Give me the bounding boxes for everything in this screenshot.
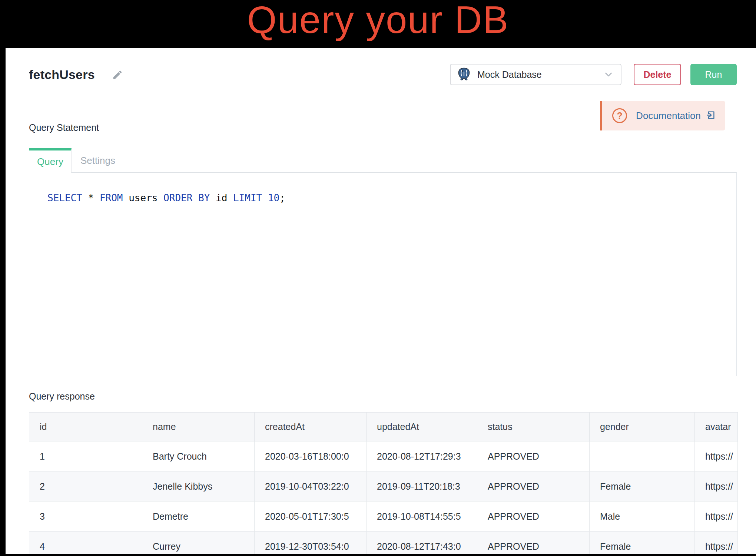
- query-response-label: Query response: [29, 391, 95, 402]
- table-cell-id: 1: [29, 441, 142, 471]
- table-cell-status: APPROVED: [477, 471, 590, 502]
- table-cell-status: APPROVED: [477, 502, 590, 532]
- table-body: 1Barty Crouch2020-03-16T18:00:02020-08-1…: [29, 441, 738, 555]
- database-selector[interactable]: Mock Database: [450, 64, 621, 85]
- sql-token: SELECT: [47, 192, 82, 203]
- documentation-label: Documentation: [636, 110, 701, 122]
- table-cell-gender: [590, 441, 695, 471]
- chevron-down-icon: [603, 69, 614, 82]
- column-header-createdAt: createdAt: [255, 413, 367, 441]
- table-cell-createdAt: 2020-03-16T18:00:0: [255, 441, 367, 471]
- table-cell-status: APPROVED: [477, 441, 590, 471]
- sql-token: [94, 192, 100, 203]
- column-header-status: status: [477, 413, 590, 441]
- external-doc-icon: [706, 110, 716, 122]
- sql-code-line: SELECT * FROM users ORDER BY id LIMIT 10…: [47, 192, 736, 203]
- sql-token: 10: [268, 192, 279, 203]
- table-row: 2Jenelle Kibbys2019-10-04T03:22:02019-09…: [29, 471, 738, 502]
- question-circle-icon: ?: [612, 108, 627, 123]
- sql-token: FROM: [100, 192, 123, 203]
- table-cell-name: Currey: [142, 532, 255, 555]
- table-cell-id: 4: [29, 532, 142, 555]
- table-header-row: idnamecreatedAtupdatedAtstatusgenderavat…: [29, 413, 738, 441]
- table-cell-name: Jenelle Kibbys: [142, 471, 255, 502]
- sql-token: [262, 192, 268, 203]
- column-header-updatedAt: updatedAt: [367, 413, 477, 441]
- column-header-avatar: avatar: [695, 413, 738, 441]
- table-cell-avatar: https://: [695, 441, 738, 471]
- sql-editor[interactable]: SELECT * FROM users ORDER BY id LIMIT 10…: [29, 172, 737, 376]
- tab-settings[interactable]: Settings: [72, 148, 124, 173]
- table-cell-updatedAt: 2019-10-08T14:55:5: [367, 502, 477, 532]
- tab-query[interactable]: Query: [29, 148, 72, 173]
- sql-token: ;: [279, 192, 285, 203]
- top-banner: Query your DB: [0, 0, 756, 48]
- query-statement-label: Query Statement: [29, 122, 99, 133]
- documentation-link[interactable]: ? Documentation: [600, 101, 725, 130]
- table-cell-updatedAt: 2019-09-11T20:18:3: [367, 471, 477, 502]
- table-row: 1Barty Crouch2020-03-16T18:00:02020-08-1…: [29, 441, 738, 471]
- table-cell-gender: Male: [590, 502, 695, 532]
- table-cell-createdAt: 2019-10-04T03:22:0: [255, 471, 367, 502]
- sql-token: users: [123, 192, 164, 203]
- column-header-name: name: [142, 413, 255, 441]
- toolbar: fetchUsers Mock Database: [29, 63, 737, 86]
- table-cell-status: APPROVED: [477, 532, 590, 555]
- column-header-id: id: [29, 413, 142, 441]
- table-cell-updatedAt: 2020-08-12T17:29:3: [367, 441, 477, 471]
- sql-token: [82, 192, 88, 203]
- query-response-table: idnamecreatedAtupdatedAtstatusgenderavat…: [29, 412, 738, 554]
- table-cell-name: Demetre: [142, 502, 255, 532]
- table-cell-avatar: https://: [695, 502, 738, 532]
- table-cell-id: 3: [29, 502, 142, 532]
- sql-token: id: [210, 192, 233, 203]
- table-cell-avatar: https://: [695, 471, 738, 502]
- table-cell-gender: Female: [590, 471, 695, 502]
- query-panel: fetchUsers Mock Database: [6, 48, 756, 554]
- delete-button[interactable]: Delete: [634, 64, 681, 85]
- sql-token: LIMIT: [233, 192, 262, 203]
- sql-token: *: [88, 192, 94, 203]
- tab-strip: QuerySettings: [29, 148, 124, 173]
- run-button[interactable]: Run: [690, 64, 737, 85]
- table-cell-name: Barty Crouch: [142, 441, 255, 471]
- column-header-gender: gender: [590, 413, 695, 441]
- table-cell-id: 2: [29, 471, 142, 502]
- table-row: 3Demetre2020-05-01T17:30:52019-10-08T14:…: [29, 502, 738, 532]
- database-selector-value: Mock Database: [477, 69, 542, 80]
- query-name: fetchUsers: [29, 67, 95, 82]
- page-title: Query your DB: [0, 0, 756, 39]
- table-cell-createdAt: 2020-05-01T17:30:5: [255, 502, 367, 532]
- table-cell-updatedAt: 2020-08-12T17:43:0: [367, 532, 477, 555]
- table-cell-gender: Female: [590, 532, 695, 555]
- table-cell-avatar: https://: [695, 532, 738, 555]
- table-row: 4Currey2019-12-30T03:54:02020-08-12T17:4…: [29, 532, 738, 555]
- sql-token: ORDER BY: [163, 192, 210, 203]
- edit-pencil-icon[interactable]: [112, 69, 123, 82]
- table-cell-createdAt: 2019-12-30T03:54:0: [255, 532, 367, 555]
- postgresql-icon: [457, 66, 471, 83]
